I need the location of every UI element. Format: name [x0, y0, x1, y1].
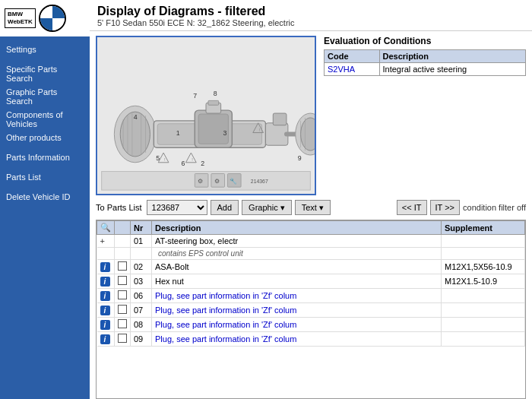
parts-list-label: To Parts List — [96, 203, 142, 212]
part-desc-link[interactable]: Plug, see part information in 'Zf' colum — [155, 306, 296, 315]
info-icon[interactable]: i — [100, 320, 110, 330]
part-desc: AT-steering box, electr — [155, 236, 238, 245]
roundel-q3 — [40, 18, 52, 30]
row-icon-cell: i — [97, 318, 115, 332]
part-desc-link[interactable]: Plug, see part information in 'Zf' colum — [155, 334, 296, 344]
page-title: Display of Diagrams - filtered — [97, 5, 524, 18]
nav-prev-button[interactable]: << IT — [397, 200, 427, 215]
checkbox[interactable] — [118, 261, 127, 271]
info-icon[interactable]: i — [100, 306, 110, 315]
svg-rect-13 — [208, 100, 219, 105]
row-nr-cell — [131, 248, 152, 260]
text-button[interactable]: Text ▾ — [295, 200, 331, 215]
row-desc-cell: ASA-Bolt — [152, 260, 442, 274]
svg-text:2: 2 — [201, 160, 204, 167]
add-button[interactable]: Add — [211, 200, 239, 215]
content-area: 7 8 3 1 5 4 6 2 — [90, 31, 532, 399]
row-nr-cell: 02 — [131, 260, 152, 274]
table-row: i 08 Plug, see part information in 'Zf' … — [97, 318, 525, 332]
eval-desc-cell: Integral active steering — [379, 63, 526, 76]
parts-list-select[interactable]: 123687 — [147, 200, 207, 215]
row-check-cell — [115, 303, 131, 318]
sidebar-item-components-of-vehicles[interactable]: Components of Vehicles — [5, 108, 85, 131]
table-row: i 06 Plug, see part information in 'Zf' … — [97, 289, 525, 303]
table-row: i 02 ASA-Bolt M12X1,5X56-10.9 — [97, 260, 525, 274]
svg-text:3: 3 — [223, 129, 227, 137]
row-supp-cell — [442, 235, 525, 248]
nav-next-button[interactable]: IT >> — [430, 200, 460, 215]
eval-row: S2VHA Integral active steering — [325, 63, 526, 76]
svg-text:⚙: ⚙ — [214, 178, 220, 185]
sidebar-item-graphic-parts-search[interactable]: Graphic Parts Search — [5, 85, 85, 108]
row-nr-cell: 01 — [131, 235, 152, 248]
eval-col-code: Code — [325, 50, 380, 63]
row-check-cell — [115, 248, 131, 260]
info-icon[interactable]: i — [100, 334, 110, 344]
checkbox[interactable] — [118, 276, 127, 285]
row-desc-cell: Plug, see part information in 'Zf' colum — [152, 318, 442, 332]
checkbox[interactable] — [118, 334, 127, 343]
row-icon-cell: i — [97, 274, 115, 289]
row-desc-cell: contains EPS control unit — [152, 248, 442, 260]
sidebar-item-parts-list[interactable]: Parts List — [5, 170, 85, 184]
plus-btn[interactable]: + — [100, 236, 105, 245]
checkbox[interactable] — [118, 290, 127, 299]
parts-table-wrapper: 🔍 Nr Description Supplement + 01 AT-stee… — [96, 220, 526, 399]
eval-code-cell[interactable]: S2VHA — [325, 63, 380, 76]
checkbox[interactable] — [118, 319, 127, 328]
row-nr-cell: 06 — [131, 289, 152, 303]
svg-text:7: 7 — [193, 92, 197, 100]
diagram-box[interactable]: 7 8 3 1 5 4 6 2 — [96, 36, 316, 195]
toolbar: To Parts List 123687 Add Graphic ▾ Text … — [96, 198, 526, 217]
svg-text:4: 4 — [134, 113, 138, 121]
part-desc-link[interactable]: Plug, see part information in 'Zf' colum — [155, 320, 296, 329]
svg-text:214367: 214367 — [251, 179, 268, 184]
graphic-button[interactable]: Graphic ▾ — [242, 200, 292, 215]
roundel-q4 — [52, 18, 65, 30]
sidebar-item-settings[interactable]: Settings — [5, 43, 85, 56]
row-icon-cell: i — [97, 303, 115, 318]
row-desc-cell: AT-steering box, electr — [152, 235, 442, 248]
row-nr-cell: 07 — [131, 303, 152, 318]
row-check-cell — [115, 332, 131, 347]
sidebar-nav: Settings Specific Parts Search Graphic P… — [0, 36, 90, 210]
row-supp-cell: M12X1.5-10.9 — [442, 274, 525, 289]
table-row: i 07 Plug, see part information in 'Zf' … — [97, 303, 525, 318]
sidebar-item-parts-information[interactable]: Parts Information — [5, 150, 85, 164]
part-desc-link[interactable]: Plug, see part information in 'Zf' colum — [155, 291, 296, 300]
sidebar-divider-4 — [5, 184, 85, 190]
sidebar-item-other-products[interactable]: Other products — [5, 131, 85, 144]
row-supp-cell — [442, 332, 525, 347]
checkbox[interactable] — [118, 305, 127, 314]
table-row: contains EPS control unit — [97, 248, 525, 260]
sidebar-item-specific-parts-search[interactable]: Specific Parts Search — [5, 62, 85, 85]
page-header: Display of Diagrams - filtered 5' F10 Se… — [90, 0, 532, 31]
condition-filter-label: condition filter off — [463, 203, 526, 212]
row-check-cell — [115, 260, 131, 274]
row-icon-cell: i — [97, 332, 115, 347]
main-content: Display of Diagrams - filtered 5' F10 Se… — [90, 0, 532, 399]
row-desc-cell: Plug, see part information in 'Zf' colum — [152, 289, 442, 303]
row-supp-cell — [442, 303, 525, 318]
svg-text:⚙: ⚙ — [198, 178, 203, 185]
page-subtitle: 5' F10 Sedan 550i ECE N: 32_1862 Steerin… — [97, 18, 524, 27]
svg-rect-15 — [273, 113, 287, 125]
row-supp-cell — [442, 318, 525, 332]
evaluation-table: Code Description S2VHA Integral active s… — [324, 49, 526, 76]
part-desc: Hex nut — [155, 277, 184, 286]
row-icon-cell: i — [97, 260, 115, 274]
evaluation-title: Evaluation of Conditions — [324, 36, 526, 46]
sidebar-divider-3 — [5, 164, 85, 170]
row-desc-cell: Plug, see part information in 'Zf' colum — [152, 303, 442, 318]
sidebar-item-delete-vehicle-id[interactable]: Delete Vehicle ID — [5, 190, 85, 204]
info-icon[interactable]: i — [100, 291, 110, 301]
col-description: Description — [152, 221, 442, 235]
svg-text:9: 9 — [298, 154, 302, 162]
col-check — [115, 221, 131, 235]
info-icon[interactable]: i — [100, 277, 110, 287]
table-row: i 09 Plug, see part information in 'Zf' … — [97, 332, 525, 347]
roundel-q1 — [40, 6, 52, 18]
roundel-q2 — [52, 6, 65, 18]
info-icon[interactable]: i — [100, 262, 110, 272]
row-nr-cell: 09 — [131, 332, 152, 347]
